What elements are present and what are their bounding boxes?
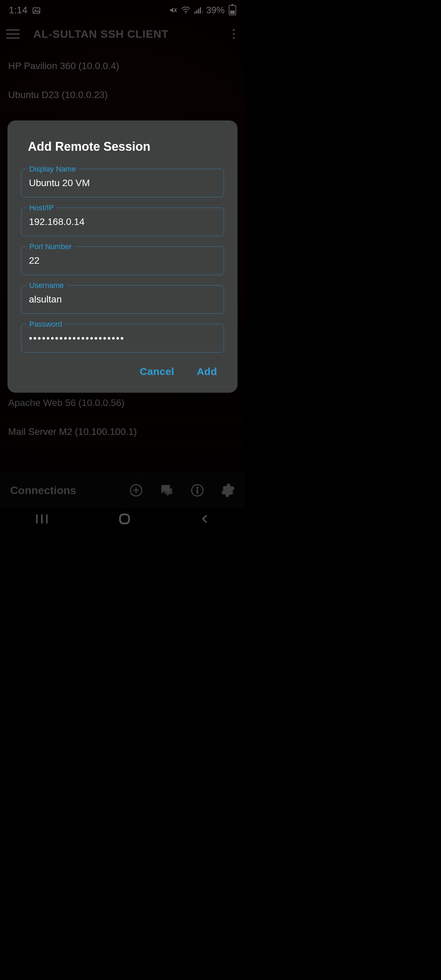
username-label: Username — [27, 281, 66, 290]
port-field: Port Number — [21, 247, 224, 275]
username-field: Username — [21, 285, 224, 314]
add-session-dialog: Add Remote Session Display Name Host/IP … — [8, 121, 237, 393]
display-name-field: Display Name — [21, 169, 224, 197]
cancel-button[interactable]: Cancel — [138, 366, 176, 378]
add-button[interactable]: Add — [195, 366, 219, 378]
port-label: Port Number — [27, 242, 75, 251]
host-label: Host/IP — [27, 204, 56, 212]
display-name-label: Display Name — [27, 165, 79, 173]
password-field: Password — [21, 324, 224, 353]
host-field: Host/IP — [21, 208, 224, 236]
dialog-title: Add Remote Session — [28, 140, 224, 154]
password-label: Password — [27, 320, 65, 329]
